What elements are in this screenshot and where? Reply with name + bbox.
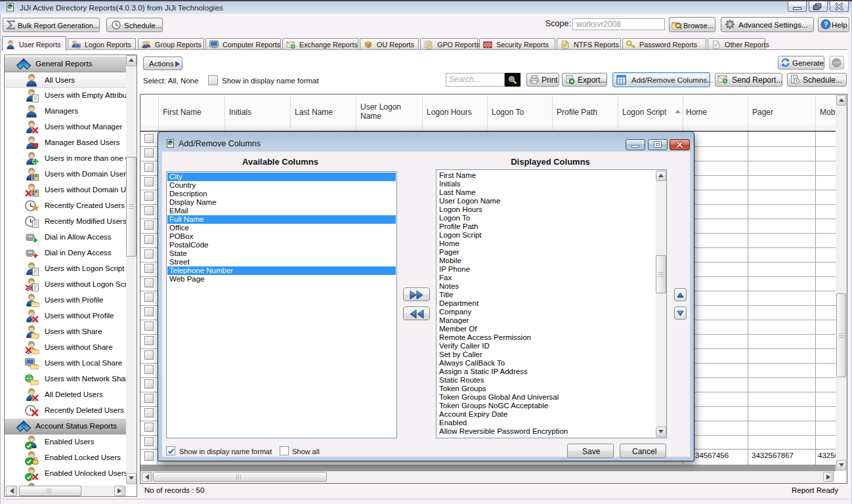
svg-text:?: ? [824,20,828,28]
svg-text:STOP: STOP [833,62,840,64]
